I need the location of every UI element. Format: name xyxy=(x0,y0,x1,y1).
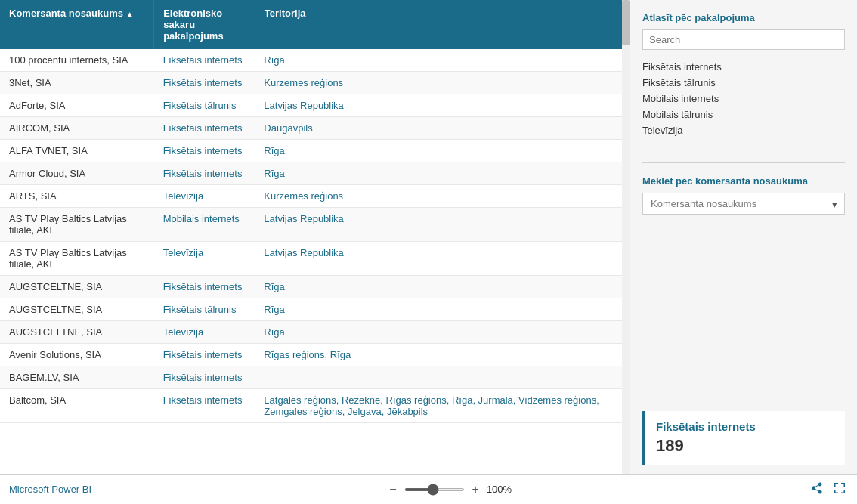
table-row: ALFA TVNET, SIAFiksētais internetsRīga xyxy=(0,140,622,162)
cell-name: AIRCOM, SIA xyxy=(0,117,154,140)
cell-service: Fiksētais internets xyxy=(154,389,255,423)
cell-name: ALFA TVNET, SIA xyxy=(0,140,154,162)
right-panel: Atlasīt pēc pakalpojuma Fiksētais intern… xyxy=(630,0,857,474)
cell-service: Televīzija xyxy=(154,185,255,208)
search-input[interactable] xyxy=(642,29,845,50)
cell-service: Televīzija xyxy=(154,321,255,344)
table-row: BAGEM.LV, SIAFiksētais internets xyxy=(0,366,622,389)
cell-territory: Rīga xyxy=(255,49,622,72)
zoom-slider[interactable] xyxy=(404,488,465,491)
zoom-plus-button[interactable]: + xyxy=(469,483,482,496)
cell-territory: Latgales reģions, Rēzekne, Rīgas reģions… xyxy=(255,389,622,423)
stats-card: Fiksētais internets 189 xyxy=(642,411,845,465)
cell-territory: Rīga xyxy=(255,276,622,298)
table-row: Avenir Solutions, SIAFiksētais internets… xyxy=(0,344,622,366)
cell-name: Armor Cloud, SIA xyxy=(0,162,154,185)
cell-name: AS TV Play Baltics Latvijas filiāle, AKF xyxy=(0,208,154,242)
cell-service: Mobilais internets xyxy=(154,208,255,242)
cell-territory: Kurzemes reģions xyxy=(255,72,622,94)
service-filter-item[interactable]: Mobilais tālrunis xyxy=(642,107,845,122)
fullscreen-icon-button[interactable] xyxy=(831,482,848,497)
cell-service: Fiksētais internets xyxy=(154,162,255,185)
service-filter-list: Fiksētais internetsFiksētais tālrunisMob… xyxy=(642,59,845,138)
stats-title: Fiksētais internets xyxy=(656,420,834,433)
cell-name: AS TV Play Baltics Latvijas filiāle, AKF xyxy=(0,242,154,276)
cell-name: 3Net, SIA xyxy=(0,72,154,94)
cell-service: Fiksētais internets xyxy=(154,117,255,140)
cell-territory: Rīgas reģions, Rīga xyxy=(255,344,622,366)
share-icon-button[interactable] xyxy=(809,482,825,497)
cell-service: Fiksētais internets xyxy=(154,49,255,72)
table-row: ARTS, SIATelevīzijaKurzemes reģions xyxy=(0,185,622,208)
cell-territory: Rīga xyxy=(255,298,622,321)
table-row: AIRCOM, SIAFiksētais internetsDaugavpils xyxy=(0,117,622,140)
cell-territory: Latvijas Republika xyxy=(255,208,622,242)
col-header-service[interactable]: Elektronisko sakarupakalpojums xyxy=(154,0,255,49)
sort-arrow-icon: ▲ xyxy=(126,10,134,18)
cell-service: Fiksētais tālrunis xyxy=(154,298,255,321)
cell-service: Fiksētais internets xyxy=(154,344,255,366)
cell-name: AUGSTCELTNE, SIA xyxy=(0,298,154,321)
table-scroll-container[interactable]: Komersanta nosaukums ▲ Elektronisko saka… xyxy=(0,0,622,474)
komersanta-section: Meklēt pēc komersanta nosaukuma Komersan… xyxy=(642,175,845,230)
col-header-territory[interactable]: Teritorija xyxy=(255,0,622,49)
cell-service: Fiksētais internets xyxy=(154,72,255,94)
cell-service: Televīzija xyxy=(154,242,255,276)
table-row: AS TV Play Baltics Latvijas filiāle, AKF… xyxy=(0,242,622,276)
table-row: 100 procentu internets, SIAFiksētais int… xyxy=(0,49,622,72)
service-filter-item[interactable]: Televīzija xyxy=(642,122,845,138)
zoom-minus-button[interactable]: − xyxy=(386,483,399,496)
cell-territory: Rīga xyxy=(255,321,622,344)
data-table: Komersanta nosaukums ▲ Elektronisko saka… xyxy=(0,0,622,423)
cell-name: Avenir Solutions, SIA xyxy=(0,344,154,366)
table-row: AUGSTCELTNE, SIAFiksētais internetsRīga xyxy=(0,276,622,298)
komersanta-dropdown[interactable]: Komersanta nosaukums xyxy=(642,193,845,215)
service-filter-item[interactable]: Fiksētais tālrunis xyxy=(642,75,845,91)
table-row: Armor Cloud, SIAFiksētais internetsRīga xyxy=(0,162,622,185)
komersanta-dropdown-wrapper: Komersanta nosaukums xyxy=(642,193,845,215)
cell-name: 100 procentu internets, SIA xyxy=(0,49,154,72)
cell-territory: Latvijas Republika xyxy=(255,242,622,276)
cell-name: AUGSTCELTNE, SIA xyxy=(0,321,154,344)
powerbi-link[interactable]: Microsoft Power BI xyxy=(9,484,91,495)
zoom-percentage: 100% xyxy=(487,484,514,495)
cell-service: Fiksētais internets xyxy=(154,276,255,298)
zoom-controls: − + 100% xyxy=(386,483,514,496)
search-wrapper xyxy=(642,29,845,50)
cell-service: Fiksētais internets xyxy=(154,366,255,389)
table-row: AS TV Play Baltics Latvijas filiāle, AKF… xyxy=(0,208,622,242)
cell-territory: Rīga xyxy=(255,162,622,185)
cell-name: ARTS, SIA xyxy=(0,185,154,208)
cell-territory xyxy=(255,366,622,389)
service-filter-item[interactable]: Fiksētais internets xyxy=(642,59,845,75)
komersanta-title: Meklēt pēc komersanta nosaukuma xyxy=(642,175,845,187)
table-row: AdForte, SIAFiksētais tālrunisLatvijas R… xyxy=(0,94,622,117)
stats-value: 189 xyxy=(656,436,834,456)
table-row: AUGSTCELTNE, SIAFiksētais tālrunisRīga xyxy=(0,298,622,321)
bottom-right-icons xyxy=(809,482,848,497)
cell-service: Fiksētais internets xyxy=(154,140,255,162)
table-row: Baltcom, SIAFiksētais internetsLatgales … xyxy=(0,389,622,423)
service-filter-item[interactable]: Mobilais internets xyxy=(642,91,845,107)
cell-service: Fiksētais tālrunis xyxy=(154,94,255,117)
bottom-bar: Microsoft Power BI − + 100% xyxy=(0,474,857,504)
cell-territory: Daugavpils xyxy=(255,117,622,140)
col-header-name[interactable]: Komersanta nosaukums ▲ xyxy=(0,0,154,49)
filter-title: Atlasīt pēc pakalpojuma xyxy=(642,12,845,23)
table-row: 3Net, SIAFiksētais internetsKurzemes reģ… xyxy=(0,72,622,94)
cell-territory: Rīga xyxy=(255,140,622,162)
cell-name: Baltcom, SIA xyxy=(0,389,154,423)
cell-territory: Kurzemes reģions xyxy=(255,185,622,208)
cell-name: BAGEM.LV, SIA xyxy=(0,366,154,389)
cell-name: AdForte, SIA xyxy=(0,94,154,117)
cell-name: AUGSTCELTNE, SIA xyxy=(0,276,154,298)
table-row: AUGSTCELTNE, SIATelevīzijaRīga xyxy=(0,321,622,344)
cell-territory: Latvijas Republika xyxy=(255,94,622,117)
panel-divider xyxy=(642,162,845,163)
